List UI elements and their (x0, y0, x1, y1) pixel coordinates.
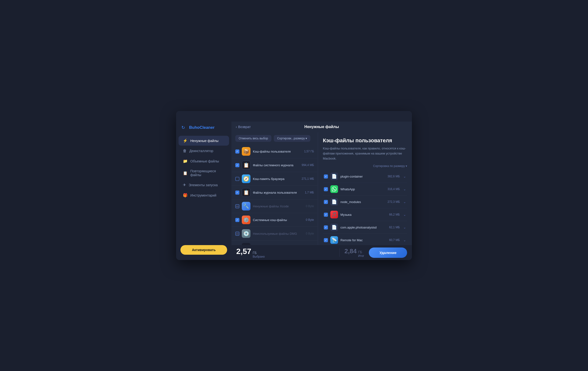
sidebar: ↻ BuhoCleaner ⚡ Ненужные файлы 🗑 Деинста… (176, 111, 231, 260)
detail-item: 📄 node_modules 272,3 МБ ⌄ (323, 196, 407, 208)
detail-checkbox-remote-mac[interactable] (324, 238, 328, 242)
checkbox-user-log[interactable] (235, 191, 239, 195)
whatsapp-icon (330, 185, 338, 193)
file-size-user-log: 1,7 МБ (305, 191, 314, 194)
xcode-icon: 🔧 (242, 202, 251, 211)
system-log-icon: 📋 (242, 161, 251, 169)
list-item: 🔧 Ненужные файлы Xcode 0 Byte (231, 200, 318, 213)
checkbox-dmg-files[interactable] (235, 232, 239, 236)
page-title: Ненужные файлы (304, 125, 339, 129)
right-panel: Кэш-файлы пользователя Кэш-файлы пользов… (318, 132, 412, 245)
file-name-user-log: Файлы журнала пользователя (253, 191, 302, 194)
expand-chevron-whatsapp[interactable]: ⌄ (403, 187, 406, 191)
detail-description: Кэш-файлы пользователя, как правило, отн… (323, 146, 407, 161)
expand-chevron-node[interactable]: ⌄ (403, 200, 406, 204)
startup-icon: ✈ (183, 183, 186, 187)
list-item: 💿 Неиспользуемые файлы DMG 0 Byte (231, 227, 318, 241)
left-panel: Отменить весь выбор Сортировк...размеру … (231, 132, 318, 245)
total-label: Итог (358, 254, 364, 258)
file-name-user-cache: Кэш-файлы пользователя (253, 150, 302, 153)
total-info: 2,84 ГБ Итог (345, 248, 364, 258)
content-area: Отменить весь выбор Сортировк...размеру … (231, 132, 412, 245)
detail-name-whatsapp: WhatsApp (340, 187, 385, 191)
remote-mac-icon: 📡 (330, 236, 338, 244)
user-cache-icon: 📦 (242, 147, 251, 156)
detail-item: 📄 plugin-container 382,6 МБ ⌄ (323, 170, 407, 183)
detail-size-plugin-container: 382,6 МБ (388, 175, 400, 178)
detail-name-photo-analysis: com.apple.photoanalysisd (340, 226, 387, 229)
detail-size-node-modules: 272,3 МБ (388, 200, 400, 203)
list-item: 🧭 Кэш-память браузера 271,1 МБ (231, 172, 318, 186)
list-item: 📋 Файлы журнала пользователя 1,7 МБ (231, 186, 318, 200)
file-name-system-log: Файлы системного журнала (253, 163, 299, 167)
activate-button[interactable]: Активировать (180, 245, 227, 255)
detail-item: 📡 Remote for Mac 60,7 МБ ⌄ (323, 234, 407, 245)
file-size-xcode-junk: 0 Byte (306, 204, 314, 208)
detail-title: Кэш-файлы пользователя (323, 137, 407, 144)
selected-info: 2,57 ГБ Выбрано (236, 247, 335, 258)
plugin-container-icon: 📄 (330, 172, 338, 180)
sidebar-item-startup[interactable]: ✈ Элементы запуска (178, 180, 229, 190)
sidebar-item-junk[interactable]: ⚡ Ненужные файлы (178, 136, 229, 146)
total-size: 2,84 (345, 248, 357, 255)
logo-text: BuhoCleaner (189, 125, 215, 130)
detail-name-music: Музыка (340, 213, 387, 217)
selected-unit: ГБ (253, 251, 265, 254)
checkbox-user-cache[interactable] (235, 150, 239, 153)
detail-size-music: 66,2 МБ (389, 213, 400, 216)
file-name-dmg-files: Неиспользуемые файлы DMG (253, 232, 303, 235)
total-unit: ГБ (358, 250, 364, 254)
file-size-sys-cache: 0 Byte (306, 218, 314, 221)
checkbox-sys-cache[interactable] (235, 218, 239, 222)
footer-divider (339, 248, 340, 257)
checkbox-system-log[interactable] (235, 163, 239, 167)
checkbox-xcode-junk[interactable] (235, 204, 239, 208)
sidebar-item-uninstall[interactable]: 🗑 Деинсталлятор (178, 146, 229, 156)
tools-icon: 🎁 (183, 193, 188, 198)
large-icon: 📁 (183, 159, 188, 163)
main-area: ‹ Возврат Ненужные файлы Отменить весь в… (231, 111, 412, 260)
trash-icon: 🗑 (242, 243, 251, 245)
checkbox-browser-cache[interactable] (235, 177, 239, 181)
dmg-icon: 💿 (242, 229, 251, 238)
sort-button[interactable]: Сортировк...размеру ▾ (274, 135, 310, 142)
detail-list: 📄 plugin-container 382,6 МБ ⌄ Wh (323, 170, 407, 245)
music-icon: 🎵 (330, 211, 338, 218)
expand-chevron-remote[interactable]: ⌄ (403, 238, 406, 242)
detail-name-plugin-container: plugin-container (340, 175, 385, 178)
detail-checkbox-photo-analysis[interactable] (324, 225, 328, 230)
expand-chevron-plugin[interactable]: ⌄ (403, 174, 406, 178)
detail-checkbox-plugin-container[interactable] (324, 174, 328, 179)
detail-checkbox-whatsapp[interactable] (324, 187, 328, 191)
back-button[interactable]: ‹ Возврат (236, 125, 251, 129)
expand-chevron-music[interactable]: ⌄ (403, 213, 406, 217)
user-log-icon: 📋 (242, 188, 251, 197)
uninstall-icon: 🗑 (183, 149, 187, 153)
file-name-xcode-junk: Ненужные файлы Xcode (253, 204, 303, 208)
detail-size-whatsapp: 316,4 МБ (388, 187, 400, 191)
file-size-browser-cache: 271,1 МБ (302, 177, 314, 180)
logo-icon: ↻ (181, 125, 187, 130)
detail-checkbox-node-modules[interactable] (324, 200, 328, 204)
back-label: Возврат (238, 125, 251, 129)
expand-chevron-photo[interactable]: ⌄ (403, 225, 406, 229)
browser-cache-icon: 🧭 (242, 174, 251, 183)
delete-button[interactable]: Удаление (369, 248, 407, 258)
footer: 2,57 ГБ Выбрано 2,84 ГБ Итог Удаление (231, 245, 412, 260)
sidebar-item-tools[interactable]: 🎁 Инструментарий (178, 190, 229, 200)
file-size-user-cache: 1,57 ГБ (304, 150, 314, 153)
junk-icon: ⚡ (183, 138, 188, 143)
logo-area: ↻ BuhoCleaner (176, 121, 231, 136)
sidebar-item-duplicate[interactable]: 📋 Повторяющиеся файлы (178, 167, 229, 180)
sidebar-item-label-uninstall: Деинсталлятор (189, 149, 213, 153)
detail-size-photo-analysis: 62,1 МБ (389, 226, 400, 229)
detail-sort-label[interactable]: Сортировка по размеру ▾ (323, 164, 407, 168)
sys-cache-icon: ⚙️ (242, 216, 251, 224)
list-item: ⚙️ Системные кэш-файлы 0 Byte (231, 213, 318, 227)
back-chevron-icon: ‹ (236, 125, 237, 129)
detail-checkbox-music[interactable] (324, 213, 328, 217)
deselect-all-button[interactable]: Отменить весь выбор (235, 135, 271, 142)
detail-name-remote-mac: Remote for Mac (340, 238, 387, 242)
list-item: 📦 Кэш-файлы пользователя 1,57 ГБ (231, 145, 318, 158)
sidebar-item-large[interactable]: 📁 Объемные файлы (178, 156, 229, 166)
